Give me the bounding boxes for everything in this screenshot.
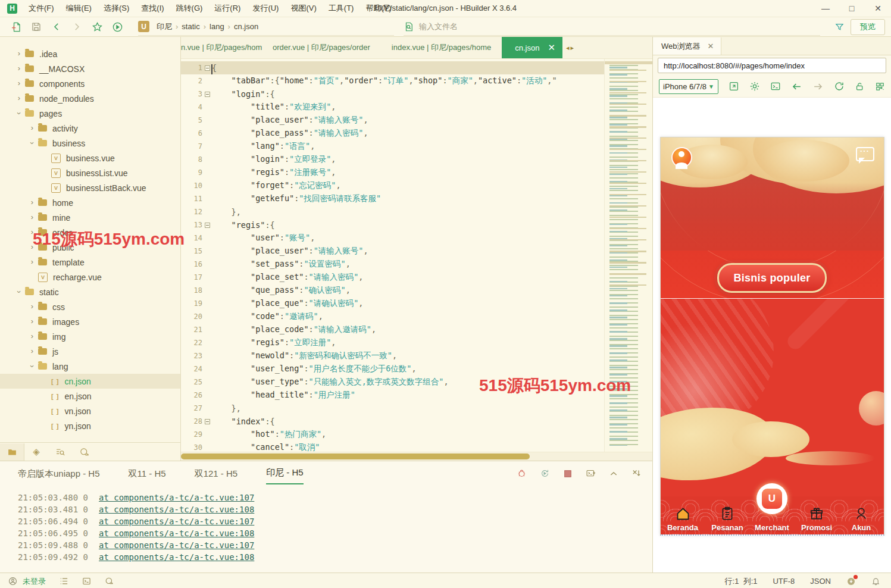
code-line[interactable]: 24 "user_leng":"用户名长度不能少于6位数", [181,362,604,376]
code-line[interactable]: 21 "place_code":"请输入邀请码", [181,323,604,336]
close-icon[interactable]: ✕ [708,42,714,51]
editor-tab[interactable]: order.vue | 印尼/pages/order [262,37,381,58]
url-input[interactable]: http://localhost:8080/#/pages/home/index [658,58,886,73]
qrcode-icon[interactable] [875,82,885,92]
log-source-link[interactable]: at components/a-tc/a-tc.vue:108 [99,552,254,562]
code-line[interactable]: 1{ [181,61,604,74]
log-source-link[interactable]: at components/a-tc/a-tc.vue:107 [99,493,254,502]
browser-console-icon[interactable] [770,81,781,92]
console-tab[interactable]: 印尼 - H5 [266,467,304,484]
terminal-status-icon[interactable] [82,577,91,586]
code-line[interactable]: 10 "forget":"忘记密码", [181,179,604,192]
tree-item-yn.json[interactable]: [ ]yn.json [0,418,180,433]
tree-item-pages[interactable]: ›pages [0,106,180,121]
code-line[interactable]: 29 "hot":"热门商家", [181,428,604,441]
stop-icon[interactable] [563,469,573,478]
code-line[interactable]: 6 "place_pass":"请输入密码", [181,127,604,140]
code-line[interactable]: 16 "set_pass":"设置密码", [181,258,604,271]
encoding-indicator[interactable]: UTF-8 [773,577,795,586]
menu-item[interactable]: 文件(F) [23,1,60,15]
run-icon[interactable] [107,19,127,35]
log-source-link[interactable]: at components/a-tc/a-tc.vue:108 [99,505,254,514]
phone-preview[interactable]: Bisnis populer BerandaPesananUMerchantPr… [660,137,884,536]
app-tab-promosi[interactable]: Promosi [795,496,839,535]
collapse-panel-icon[interactable] [609,469,618,478]
log-source-link[interactable]: at components/a-tc/a-tc.vue:108 [99,528,254,538]
code-line[interactable]: 14 "user":"账号", [181,232,604,245]
file-search-box[interactable]: 输入文件名 [404,18,820,36]
tree-item-businessList.vue[interactable]: VbusinessList.vue [0,165,180,180]
filetype-indicator[interactable]: JSON [810,577,831,586]
code-line[interactable]: 11 "getkefu":"找回密码请联系客服" [181,192,604,205]
tree-item-css[interactable]: ›css [0,299,180,314]
tree-item-.idea[interactable]: ›.idea [0,46,180,61]
tree-item-lang[interactable]: ›lang [0,359,180,374]
chat-icon[interactable] [856,147,874,161]
code-line[interactable]: 3 "login":{ [181,87,604,101]
tree-item-static[interactable]: ›static [0,284,180,299]
menu-item[interactable]: 查找(I) [136,1,169,15]
tree-item-business[interactable]: ›business [0,136,180,151]
code-line[interactable]: 19 "place_que":"请确认密码", [181,297,604,310]
close-icon[interactable]: ✕ [548,42,555,53]
avatar[interactable] [671,147,692,168]
forward-icon[interactable] [67,19,87,35]
tree-item-activity[interactable]: ›activity [0,121,180,136]
settings-gear-icon[interactable] [749,81,760,92]
breadcrumb-item[interactable]: cn.json [232,22,261,31]
log-source-link[interactable]: at components/a-tc/a-tc.vue:107 [99,517,254,526]
preview-button[interactable]: 预览 [851,19,885,35]
fold-icon[interactable] [202,419,212,424]
tree-item-businessListBack.vue[interactable]: VbusinessListBack.vue [0,180,180,195]
save-icon[interactable] [26,19,46,35]
code-line[interactable]: 2 "tabBar":{"home":"首页","order":"订单","sh… [181,74,604,87]
maximize-button[interactable]: □ [839,1,865,16]
editor-tab[interactable]: n.vue | 印尼/pages/home [181,37,262,58]
explorer-search-icon[interactable] [48,443,72,461]
code-line[interactable]: 9 "regis":"注册账号", [181,166,604,179]
new-terminal-icon[interactable] [586,468,596,478]
explorer-web-icon[interactable] [72,443,96,461]
user-account-icon[interactable] [8,577,17,586]
back-icon[interactable] [46,19,67,35]
console-tab[interactable]: 双11 - H5 [129,468,166,484]
code-line[interactable]: 5 "place_user":"请输入账号", [181,114,604,127]
console-tab[interactable]: 双121 - H5 [195,468,238,484]
app-tab-akun[interactable]: Akun [839,496,884,535]
minimize-button[interactable]: — [812,1,839,16]
close-button[interactable]: ✕ [865,1,891,16]
code-line[interactable]: 4 "title":"欢迎来到", [181,101,604,114]
tree-item-vn.json[interactable]: [ ]vn.json [0,404,180,418]
tree-item-__MACOSX[interactable]: ›__MACOSX [0,61,180,76]
unlock-icon[interactable] [855,82,865,92]
code-line[interactable]: 28 "index":{ [181,415,604,428]
tree-item-images[interactable]: ›images [0,314,180,329]
tree-item-en.json[interactable]: [ ]en.json [0,389,180,404]
popular-business-button[interactable]: Bisnis populer [717,263,827,293]
console-tab[interactable]: 帝启版本uniapp - H5 [18,468,100,484]
code-line[interactable]: 15 "place_user":"请输入账号", [181,245,604,258]
code-line[interactable]: 7 "lang":"语言", [181,140,604,153]
tree-item-cn.json[interactable]: [ ]cn.json [0,374,180,389]
tree-item-template[interactable]: ›template [0,255,180,270]
new-file-icon[interactable] [6,19,26,35]
update-download-icon[interactable] [846,577,856,586]
fold-icon[interactable] [202,223,212,228]
code-line[interactable]: 12 }, [181,205,604,218]
tree-item-components[interactable]: ›components [0,76,180,91]
code-line[interactable]: 23 "newold":"新密码和确认密码不一致", [181,349,604,362]
tab-scroll-icons[interactable]: ◂▸ [562,37,579,58]
menu-item[interactable]: 选择(S) [98,1,135,15]
debug-bug-icon[interactable] [517,468,527,478]
horizontal-scrollbar-thumb[interactable] [181,453,530,459]
code-line[interactable]: 17 "place_set":"请输入密码", [181,271,604,284]
breadcrumb-item[interactable]: 印尼 [154,21,174,32]
app-tab-merchant[interactable]: UMerchant [750,496,795,535]
filter-icon[interactable] [834,22,845,32]
app-tab-pesanan[interactable]: Pesanan [705,496,750,535]
login-status[interactable]: 未登录 [23,576,46,587]
web-status-icon[interactable] [105,577,114,586]
fold-icon[interactable] [202,92,212,97]
nav-back-icon[interactable] [791,81,802,92]
code-line[interactable]: 22 "regis":"立即注册", [181,336,604,349]
